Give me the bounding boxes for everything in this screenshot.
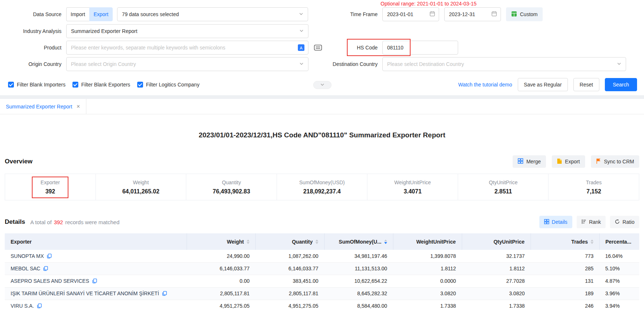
tab-summarized-exporter-report[interactable]: Summarized Exporter Report × <box>0 99 86 114</box>
view-details-button[interactable]: Details <box>539 216 572 228</box>
checkbox-check-icon <box>8 82 14 88</box>
import-toggle-button[interactable]: Import <box>66 7 89 21</box>
stat-qty-unit-price: QtyUnitPrice 2.8511 <box>458 174 549 200</box>
sort-icon[interactable] <box>315 240 318 244</box>
cell-weight: 4,951,275.05 <box>187 300 255 311</box>
sync-to-crm-button[interactable]: Sync to CRM <box>591 155 639 168</box>
destination-country-group: Destination Country Please select Destin… <box>311 57 626 71</box>
data-source-select[interactable]: 79 data sources selected <box>117 7 308 21</box>
checkbox-filter-blank-importers[interactable]: Filter Blank Importers <box>8 82 65 88</box>
merge-button[interactable]: Merge <box>513 155 546 168</box>
filter-panel: Optional range: 2021-01-01 to 2024-03-15… <box>0 0 644 95</box>
search-button[interactable]: Search <box>605 78 637 91</box>
col-header-sum-of-money[interactable]: SumOfMoney(U... <box>324 233 393 250</box>
checkbox-filter-logistics-company[interactable]: Filter Logitics Company <box>137 82 199 88</box>
stat-quantity: Quantity 76,493,902.83 <box>186 174 277 200</box>
cell-trades: 285 <box>531 262 599 275</box>
exporter-name-link[interactable]: MEBOL SAC <box>11 266 40 271</box>
end-date-input[interactable] <box>444 7 501 21</box>
filter-checkbox-row: Filter Blank Importers Filter Blank Expo… <box>8 78 199 92</box>
start-date-value[interactable] <box>387 11 430 17</box>
origin-country-row: Origin Country Please select Origin Coun… <box>0 57 308 71</box>
chevron-down-icon <box>617 61 621 67</box>
close-icon[interactable]: × <box>76 104 80 110</box>
industry-analysis-select[interactable]: Summarized Exporter Report <box>66 24 308 38</box>
custom-range-icon <box>511 11 517 18</box>
col-header-quantity[interactable]: Quantity <box>255 233 324 250</box>
cell-qty-unit-price: 32.1737 <box>462 250 531 262</box>
view-ratio-button[interactable]: Ratio <box>610 216 639 228</box>
checkbox-filter-blank-exporters[interactable]: Filter Blank Exporters <box>72 82 130 88</box>
exporter-name-link[interactable]: ASEPRO SALES AND SERVICES <box>11 278 89 284</box>
cell-sum-of-money: 34,981,197.46 <box>324 250 393 262</box>
merge-icon <box>518 158 523 165</box>
col-header-weight[interactable]: Weight <box>187 233 255 250</box>
destination-country-select[interactable]: Please select Destination Country <box>382 57 626 71</box>
copy-icon[interactable] <box>43 266 48 271</box>
cell-weight-unit-price: 1.7338 <box>393 300 462 311</box>
cell-percentage: 3.94% <box>599 300 639 311</box>
cell-percentage: 4.87% <box>599 275 639 287</box>
cell-qty-unit-price: 27.7028 <box>462 275 531 287</box>
checkbox-check-icon <box>137 82 143 88</box>
chevron-down-icon <box>299 61 304 67</box>
custom-range-button[interactable]: Custom <box>506 7 543 21</box>
product-input[interactable] <box>66 41 308 55</box>
sort-icon[interactable] <box>247 240 250 244</box>
cell-trades: 189 <box>531 287 599 300</box>
details-table: Exporter Weight Quantity SumOfMoney(U... <box>5 233 639 311</box>
details-header: Details A total of 392 records were matc… <box>5 216 639 228</box>
overview-actions: Merge Export Sync to CRM <box>513 155 639 168</box>
translate-icon[interactable]: A <box>297 44 305 51</box>
details-view-icon <box>544 219 549 225</box>
view-rank-button[interactable]: Rank <box>577 216 606 228</box>
cell-trades: 131 <box>531 275 599 287</box>
product-row: Product A <box>0 41 324 55</box>
end-date-value[interactable] <box>449 11 491 17</box>
start-date-input[interactable] <box>382 7 439 21</box>
exporter-name-link[interactable]: IŞIK TARIM ÜRÜNLERİ SANAYİ VE TİCARET AN… <box>11 290 159 296</box>
save-as-regular-button[interactable]: Save as Regular <box>518 78 568 91</box>
destination-country-label: Destination Country <box>311 61 382 67</box>
app-root: Optional range: 2021-01-01 to 2024-03-15… <box>0 0 644 311</box>
copy-icon[interactable] <box>92 278 97 284</box>
cell-weight: 0.00 <box>187 275 255 287</box>
cell-weight: 6,146,033.77 <box>187 262 255 275</box>
exporter-name-link[interactable]: VIRU S.A. <box>11 303 34 309</box>
export-button[interactable]: Export <box>552 155 585 168</box>
exporter-name-link[interactable]: SUNOPTA MX <box>11 253 44 259</box>
cell-quantity: 2,805,117.81 <box>255 287 324 300</box>
table-row: MEBOL SAC 6,146,033.77 6,146,033.77 11,1… <box>5 262 639 275</box>
data-source-label: Data Source <box>0 11 66 17</box>
reset-button[interactable]: Reset <box>573 78 599 91</box>
sort-icon[interactable] <box>384 240 387 244</box>
cell-percentage: 16.04% <box>599 250 639 262</box>
export-toggle-button[interactable]: Export <box>89 7 113 21</box>
stat-weight: Weight 64,011,265.02 <box>96 174 187 200</box>
stat-sum-of-money: SumOfMoney(USD) 218,092,237.4 <box>277 174 368 200</box>
cell-qty-unit-price: 1.7338 <box>462 300 531 311</box>
copy-icon[interactable] <box>47 253 52 259</box>
origin-country-select[interactable]: Please select Origin Country <box>66 57 308 71</box>
cell-weight: 24,990.00 <box>187 250 255 262</box>
checkbox-check-icon <box>72 82 78 88</box>
table-row: IŞIK TARIM ÜRÜNLERİ SANAYİ VE TİCARET AN… <box>5 287 639 300</box>
cell-sum-of-money: 11,131,513.00 <box>324 262 393 275</box>
overview-stats-panel: Exporter 392 Weight 64,011,265.02 Quanti… <box>5 174 639 200</box>
cell-trades: 773 <box>531 250 599 262</box>
col-header-percentage: Percenta... <box>599 233 639 250</box>
hs-code-input[interactable] <box>382 41 458 55</box>
overview-section-title: Overview <box>5 158 33 165</box>
details-section-title: Details <box>5 218 25 226</box>
cell-sum-of-money: 10,622,654.22 <box>324 275 393 287</box>
stat-exporter: Exporter 392 <box>5 174 96 200</box>
expand-filters-button[interactable] <box>313 81 332 89</box>
sort-icon[interactable] <box>591 240 594 244</box>
matched-count: 392 <box>54 219 63 225</box>
tutorial-demo-link[interactable]: Watch the tutorial demo <box>458 82 512 88</box>
col-header-trades[interactable]: Trades <box>531 233 599 250</box>
cell-quantity: 4,951,275.05 <box>255 300 324 311</box>
copy-icon[interactable] <box>162 291 167 296</box>
copy-icon[interactable] <box>37 303 42 308</box>
data-source-toggle: Import Export <box>66 7 113 21</box>
